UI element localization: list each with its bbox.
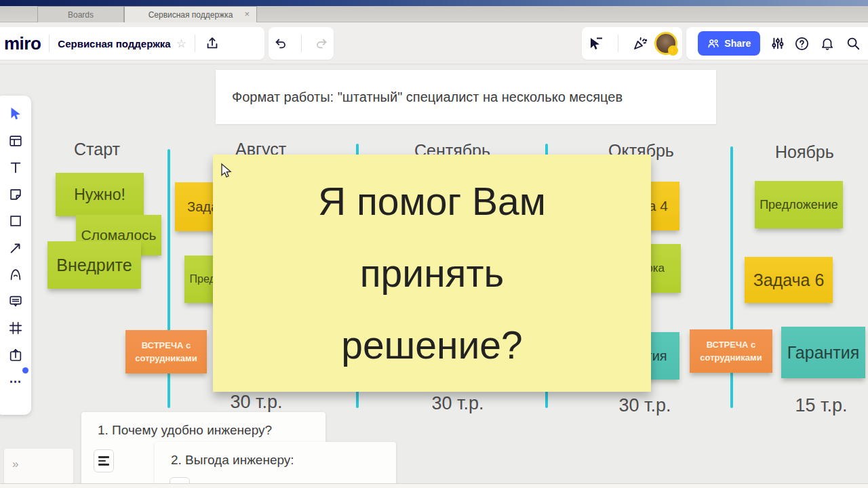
text-align-icon[interactable] bbox=[94, 449, 114, 472]
favorite-star-icon[interactable]: ☆ bbox=[176, 37, 186, 51]
undo-redo-card bbox=[269, 27, 334, 60]
notification-dot bbox=[22, 367, 28, 373]
miro-logo[interactable]: miro bbox=[4, 33, 41, 54]
browser-tab-boards[interactable]: Boards bbox=[37, 6, 124, 22]
tab-label: Сервисная поддержка bbox=[149, 10, 233, 20]
sticky-note-vstrecha-2[interactable]: ВСТРЕЧА с сотрудниками bbox=[690, 329, 772, 373]
settings-sliders-icon[interactable] bbox=[768, 35, 786, 52]
overlay-question-note[interactable]: Я помог Вам принять решение? bbox=[213, 155, 651, 392]
question-1-text: 1. Почему удобно инженеру? bbox=[98, 423, 272, 438]
export-board-icon[interactable] bbox=[203, 35, 221, 52]
divider bbox=[49, 35, 50, 52]
text-tool-icon[interactable] bbox=[7, 159, 24, 176]
overlay-line-2: принять bbox=[360, 237, 505, 309]
question-2-text: 2. Выгода инженеру: bbox=[171, 453, 294, 468]
chevron-right-icon: » bbox=[12, 458, 18, 471]
creation-toolbar: ⋯ bbox=[0, 96, 31, 415]
sticky-note-zadacha-6[interactable]: Задача 6 bbox=[745, 257, 833, 303]
search-icon[interactable] bbox=[844, 35, 862, 52]
share-button[interactable]: Share bbox=[698, 31, 760, 56]
sticky-note-predlozhenie-2[interactable]: Предложение bbox=[755, 181, 843, 228]
collapsed-panel[interactable]: » bbox=[4, 449, 73, 484]
pen-tool-icon[interactable] bbox=[7, 266, 24, 283]
sticky-note-vstrecha-1[interactable]: ВСТРЕЧА с сотрудниками bbox=[125, 330, 207, 373]
mouse-cursor-icon bbox=[220, 163, 233, 180]
collab-card: ⚡ bbox=[582, 27, 682, 60]
frame-tool-icon[interactable] bbox=[7, 319, 24, 337]
select-tool-icon[interactable] bbox=[7, 105, 24, 123]
sticky-note-nuzhno[interactable]: Нужно! bbox=[56, 173, 144, 216]
window-title-strip bbox=[0, 0, 868, 6]
price-label-september[interactable]: 30 т.р. bbox=[432, 393, 484, 414]
notifications-bell-icon[interactable] bbox=[818, 35, 836, 52]
tab-close-icon[interactable]: × bbox=[244, 9, 250, 18]
celebrate-icon[interactable] bbox=[631, 35, 649, 52]
board-info-card: miro Сервисная поддержка ☆ bbox=[0, 27, 264, 60]
upload-tool-icon[interactable] bbox=[7, 346, 24, 364]
bottom-bar bbox=[0, 483, 868, 488]
comment-tool-icon[interactable] bbox=[7, 293, 24, 310]
arrow-tool-icon[interactable] bbox=[7, 239, 24, 257]
divider bbox=[301, 35, 302, 52]
overlay-line-1: Я помог Вам bbox=[318, 165, 546, 237]
help-icon[interactable] bbox=[793, 35, 811, 52]
lightning-badge-icon: ⚡ bbox=[668, 45, 678, 56]
actions-card: Share bbox=[686, 27, 868, 60]
overlay-line-3: решение? bbox=[341, 309, 523, 381]
column-header-start[interactable]: Старт bbox=[74, 140, 120, 159]
price-label-august[interactable]: 30 т.р. bbox=[231, 392, 283, 413]
price-label-november[interactable]: 15 т.р. bbox=[795, 395, 848, 416]
column-header-november[interactable]: Ноябрь bbox=[775, 142, 834, 162]
browser-tab-board[interactable]: Сервисная поддержка × bbox=[124, 6, 257, 22]
miro-app: Boards Сервисная поддержка × miro Сервис… bbox=[0, 0, 868, 488]
more-tools-icon[interactable]: ⋯ bbox=[7, 373, 24, 390]
divider bbox=[618, 35, 618, 52]
shape-tool-icon[interactable] bbox=[7, 212, 24, 230]
miro-toolbar: miro Сервисная поддержка ☆ bbox=[0, 22, 868, 64]
price-label-october[interactable]: 30 т.р. bbox=[619, 395, 671, 416]
share-label: Share bbox=[724, 38, 751, 49]
question-card-2[interactable]: 2. Выгода инженеру: bbox=[155, 442, 396, 488]
board-header-note[interactable]: Формат работы: "штатный" специалист на н… bbox=[216, 70, 716, 124]
browser-tab-bar: Boards Сервисная поддержка × bbox=[0, 6, 868, 22]
hide-cursors-icon[interactable] bbox=[587, 35, 604, 52]
sticky-note-vnedrite[interactable]: Внедрите bbox=[47, 241, 141, 289]
avatar[interactable]: ⚡ bbox=[654, 32, 677, 55]
redo-icon[interactable] bbox=[313, 35, 330, 52]
board-header-text: Формат работы: "штатный" специалист на н… bbox=[232, 89, 623, 105]
divider bbox=[195, 35, 195, 52]
board-title[interactable]: Сервисная поддержка bbox=[58, 38, 170, 49]
undo-icon[interactable] bbox=[272, 35, 290, 52]
sticky-note-tool-icon[interactable] bbox=[7, 186, 24, 203]
sticky-note-garantiya-2[interactable]: Гарантия bbox=[781, 327, 865, 378]
templates-tool-icon[interactable] bbox=[7, 132, 24, 150]
tab-label: Boards bbox=[68, 10, 94, 20]
